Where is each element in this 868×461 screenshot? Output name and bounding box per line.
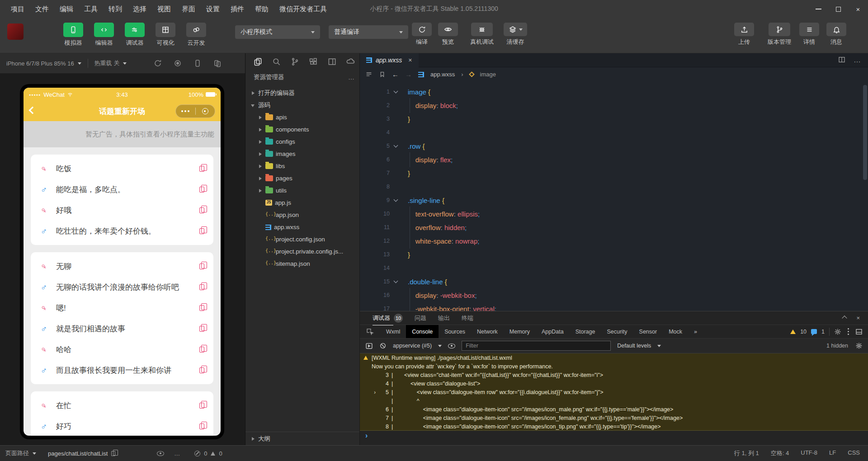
nav-forward-icon[interactable]: →: [405, 71, 412, 78]
more-actions-icon[interactable]: …: [174, 450, 181, 457]
menu-item[interactable]: 选择: [128, 3, 151, 15]
dock-panel-icon[interactable]: [855, 328, 863, 335]
device-select[interactable]: iPhone 6/7/8 Plus 85% 16: [6, 60, 74, 67]
clear-cache-button[interactable]: 清缓存: [501, 23, 530, 46]
code-line[interactable]: 15 .double-line {: [360, 275, 868, 288]
split-editor-icon[interactable]: [838, 56, 845, 64]
code-line[interactable]: 4: [360, 126, 868, 139]
devtools-tab[interactable]: Security: [601, 325, 633, 338]
devtools-tab[interactable]: Network: [471, 325, 504, 338]
files-icon[interactable]: [254, 57, 262, 66]
message-bubble-icon[interactable]: [811, 329, 817, 334]
console-prompt[interactable]: ›: [360, 431, 868, 441]
editor-button[interactable]: 编辑器: [90, 23, 118, 47]
code-line[interactable]: 5 .row {: [360, 139, 868, 153]
outline-list-icon[interactable]: [365, 71, 373, 78]
status-item[interactable]: 空格: 4: [771, 449, 789, 457]
more-actions-icon[interactable]: …: [854, 56, 861, 64]
back-chevron-icon[interactable]: [29, 107, 37, 114]
tab-debugger[interactable]: 调试器: [373, 314, 390, 322]
debugger-button[interactable]: 调试器: [120, 23, 149, 47]
tree-item[interactable]: 源码: [245, 99, 359, 111]
outline-section[interactable]: 大纲: [245, 432, 359, 445]
status-item[interactable]: UTF-8: [801, 449, 817, 457]
details-button[interactable]: 详情: [797, 23, 822, 46]
tab-app-wxss[interactable]: app.wxss ×: [360, 53, 419, 67]
upload-button[interactable]: 上传: [731, 23, 757, 46]
visual-button[interactable]: 可视化: [151, 23, 180, 47]
menu-item[interactable]: 转到: [104, 3, 127, 15]
code-area[interactable]: 1 image { 2 display: block; 3 }: [360, 81, 868, 311]
tree-item[interactable]: configs: [245, 136, 359, 148]
simulator-button[interactable]: 模拟器: [59, 23, 88, 47]
fold-chevron-icon[interactable]: [390, 145, 401, 147]
tree-item[interactable]: sitemap.json: [245, 258, 359, 270]
tree-item[interactable]: images: [245, 148, 359, 160]
tree-item[interactable]: apis: [245, 111, 359, 123]
copy-icon[interactable]: [199, 305, 204, 311]
devtools-tab[interactable]: Storage: [570, 325, 601, 338]
tab-problems[interactable]: 问题: [415, 314, 426, 322]
menu-item[interactable]: 文件: [31, 3, 53, 15]
menu-item[interactable]: 项目: [6, 3, 29, 15]
menu-item[interactable]: 工具: [80, 3, 102, 15]
copy-icon[interactable]: [199, 207, 204, 213]
tree-item[interactable]: app.wxss: [245, 221, 359, 233]
close-capsule-icon[interactable]: [196, 108, 215, 114]
tree-item[interactable]: project.config.json: [245, 233, 359, 245]
code-line[interactable]: 12 white-space: nowrap;: [360, 234, 868, 248]
rotate-icon[interactable]: [154, 59, 162, 67]
preview-button[interactable]: 预览: [435, 23, 461, 46]
device-debug-button[interactable]: 真机调试: [465, 23, 499, 46]
code-line[interactable]: 8: [360, 180, 868, 193]
breadcrumb-file[interactable]: app.wxss: [430, 71, 455, 78]
editor-scrollbar[interactable]: [863, 85, 867, 180]
console-settings-gear-icon[interactable]: [855, 342, 863, 349]
maximize-button[interactable]: [828, 0, 848, 18]
copy-icon[interactable]: [111, 451, 115, 456]
split-editor-icon[interactable]: [328, 57, 336, 66]
docker-icon[interactable]: [346, 57, 355, 66]
fold-chevron-icon[interactable]: [390, 281, 401, 282]
more-dots-icon[interactable]: [176, 110, 195, 112]
settings-gear-icon[interactable]: [834, 328, 841, 335]
close-button[interactable]: ×: [848, 0, 868, 18]
expand-arrow[interactable]: ›: [372, 389, 378, 395]
code-line[interactable]: 10 text-overflow: ellipsis;: [360, 207, 868, 221]
devtools-tab[interactable]: AppData: [536, 325, 570, 338]
tab-terminal[interactable]: 终端: [462, 314, 473, 322]
fold-chevron-icon[interactable]: [390, 199, 401, 201]
problems-summary[interactable]: 0 0: [194, 450, 222, 457]
multi-device-icon[interactable]: [213, 59, 222, 67]
hot-reload-toggle[interactable]: 热重载 关: [94, 59, 120, 67]
close-panel-icon[interactable]: ×: [856, 315, 860, 321]
copy-icon[interactable]: [199, 284, 204, 290]
devtools-tab[interactable]: Mock: [663, 325, 688, 338]
more-actions-icon[interactable]: …: [348, 74, 355, 81]
code-line[interactable]: 14: [360, 261, 868, 275]
tree-item[interactable]: app.js: [245, 197, 359, 209]
phone-icon[interactable]: [193, 59, 202, 67]
current-page-path[interactable]: pages/chatList/chatList: [48, 450, 115, 457]
breadcrumb-symbol[interactable]: image: [480, 71, 496, 78]
version-control-button[interactable]: 版本管理: [761, 23, 797, 46]
info-count[interactable]: 1: [821, 329, 825, 335]
copy-icon[interactable]: [199, 166, 204, 172]
code-line[interactable]: 3 }: [360, 112, 868, 126]
menu-item[interactable]: 设置: [202, 3, 224, 15]
log-levels-select[interactable]: Default levels: [617, 343, 651, 349]
cloud-dev-button[interactable]: 云开发: [182, 23, 211, 47]
minimize-button[interactable]: [808, 0, 828, 18]
code-line[interactable]: 6 display: flex;: [360, 153, 868, 166]
warning-count[interactable]: 10: [800, 329, 807, 335]
menu-item[interactable]: 编辑: [55, 3, 78, 15]
devtools-tab[interactable]: Wxml: [380, 325, 406, 338]
eval-context-icon[interactable]: [365, 342, 373, 350]
mode-select[interactable]: 小程序模式: [235, 25, 320, 39]
tree-item[interactable]: app.json: [245, 209, 359, 221]
copy-icon[interactable]: [199, 403, 204, 409]
fold-chevron-icon[interactable]: [390, 91, 401, 93]
compile-button[interactable]: 编译: [409, 23, 434, 46]
status-item[interactable]: 行 1, 列 1: [734, 449, 759, 457]
messages-button[interactable]: 消息: [824, 23, 849, 46]
